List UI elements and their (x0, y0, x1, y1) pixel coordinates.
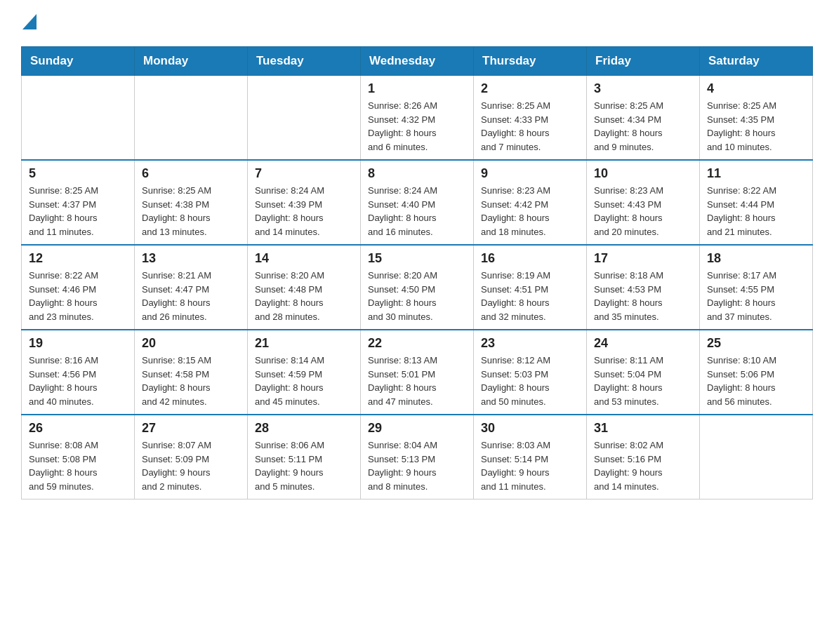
calendar-cell: 30Sunrise: 8:03 AMSunset: 5:14 PMDayligh… (474, 415, 587, 499)
calendar-cell: 8Sunrise: 8:24 AMSunset: 4:40 PMDaylight… (361, 160, 474, 245)
th-thursday: Thursday (474, 47, 587, 76)
day-number: 31 (594, 421, 692, 436)
logo-triangle-icon (22, 14, 37, 29)
day-number: 2 (481, 81, 579, 96)
calendar-cell: 2Sunrise: 8:25 AMSunset: 4:33 PMDaylight… (474, 76, 587, 161)
calendar-cell: 21Sunrise: 8:14 AMSunset: 4:59 PMDayligh… (248, 330, 361, 415)
day-number: 4 (707, 81, 805, 96)
day-info: Sunrise: 8:10 AMSunset: 5:06 PMDaylight:… (707, 354, 805, 408)
day-number: 18 (707, 251, 805, 266)
calendar-cell: 14Sunrise: 8:20 AMSunset: 4:48 PMDayligh… (248, 245, 361, 330)
day-info: Sunrise: 8:18 AMSunset: 4:53 PMDaylight:… (594, 269, 692, 323)
day-number: 17 (594, 251, 692, 266)
calendar-cell (135, 76, 248, 161)
day-number: 15 (368, 251, 466, 266)
th-friday: Friday (587, 47, 700, 76)
day-number: 26 (29, 421, 127, 436)
calendar-cell: 16Sunrise: 8:19 AMSunset: 4:51 PMDayligh… (474, 245, 587, 330)
day-info: Sunrise: 8:22 AMSunset: 4:46 PMDaylight:… (29, 269, 127, 323)
day-info: Sunrise: 8:02 AMSunset: 5:16 PMDaylight:… (594, 438, 692, 493)
day-info: Sunrise: 8:19 AMSunset: 4:51 PMDaylight:… (481, 269, 579, 323)
calendar-week-row: 26Sunrise: 8:08 AMSunset: 5:08 PMDayligh… (22, 415, 813, 499)
calendar-cell: 12Sunrise: 8:22 AMSunset: 4:46 PMDayligh… (22, 245, 135, 330)
calendar-cell (22, 76, 135, 161)
day-info: Sunrise: 8:13 AMSunset: 5:01 PMDaylight:… (368, 354, 466, 408)
calendar-cell: 29Sunrise: 8:04 AMSunset: 5:13 PMDayligh… (361, 415, 474, 499)
calendar-cell (248, 76, 361, 161)
header (21, 14, 813, 32)
day-info: Sunrise: 8:25 AMSunset: 4:33 PMDaylight:… (481, 99, 579, 154)
day-number: 3 (594, 81, 692, 96)
th-tuesday: Tuesday (248, 47, 361, 76)
day-number: 9 (481, 166, 579, 181)
calendar-week-row: 1Sunrise: 8:26 AMSunset: 4:32 PMDaylight… (22, 76, 813, 161)
calendar-cell: 4Sunrise: 8:25 AMSunset: 4:35 PMDaylight… (700, 76, 813, 161)
calendar-cell: 6Sunrise: 8:25 AMSunset: 4:38 PMDaylight… (135, 160, 248, 245)
calendar-cell: 20Sunrise: 8:15 AMSunset: 4:58 PMDayligh… (135, 330, 248, 415)
day-number: 20 (142, 336, 240, 351)
day-info: Sunrise: 8:24 AMSunset: 4:39 PMDaylight:… (255, 184, 353, 239)
day-number: 28 (255, 421, 353, 436)
day-number: 10 (594, 166, 692, 181)
calendar-cell: 26Sunrise: 8:08 AMSunset: 5:08 PMDayligh… (22, 415, 135, 499)
day-info: Sunrise: 8:08 AMSunset: 5:08 PMDaylight:… (29, 438, 127, 493)
calendar-cell: 19Sunrise: 8:16 AMSunset: 4:56 PMDayligh… (22, 330, 135, 415)
logo (21, 14, 37, 32)
calendar-cell: 25Sunrise: 8:10 AMSunset: 5:06 PMDayligh… (700, 330, 813, 415)
day-info: Sunrise: 8:04 AMSunset: 5:13 PMDaylight:… (368, 438, 466, 493)
day-info: Sunrise: 8:17 AMSunset: 4:55 PMDaylight:… (707, 269, 805, 323)
day-info: Sunrise: 8:24 AMSunset: 4:40 PMDaylight:… (368, 184, 466, 239)
day-info: Sunrise: 8:22 AMSunset: 4:44 PMDaylight:… (707, 184, 805, 239)
calendar-week-row: 19Sunrise: 8:16 AMSunset: 4:56 PMDayligh… (22, 330, 813, 415)
day-info: Sunrise: 8:26 AMSunset: 4:32 PMDaylight:… (368, 99, 466, 154)
day-info: Sunrise: 8:25 AMSunset: 4:34 PMDaylight:… (594, 99, 692, 154)
calendar-cell: 5Sunrise: 8:25 AMSunset: 4:37 PMDaylight… (22, 160, 135, 245)
day-info: Sunrise: 8:03 AMSunset: 5:14 PMDaylight:… (481, 438, 579, 493)
day-number: 30 (481, 421, 579, 436)
calendar-week-row: 12Sunrise: 8:22 AMSunset: 4:46 PMDayligh… (22, 245, 813, 330)
day-number: 22 (368, 336, 466, 351)
day-number: 8 (368, 166, 466, 181)
day-info: Sunrise: 8:12 AMSunset: 5:03 PMDaylight:… (481, 354, 579, 408)
th-wednesday: Wednesday (361, 47, 474, 76)
calendar-cell: 1Sunrise: 8:26 AMSunset: 4:32 PMDaylight… (361, 76, 474, 161)
calendar-cell: 7Sunrise: 8:24 AMSunset: 4:39 PMDaylight… (248, 160, 361, 245)
calendar-cell: 27Sunrise: 8:07 AMSunset: 5:09 PMDayligh… (135, 415, 248, 499)
calendar-cell: 18Sunrise: 8:17 AMSunset: 4:55 PMDayligh… (700, 245, 813, 330)
day-number: 29 (368, 421, 466, 436)
day-info: Sunrise: 8:15 AMSunset: 4:58 PMDaylight:… (142, 354, 240, 408)
day-number: 16 (481, 251, 579, 266)
page: Sunday Monday Tuesday Wednesday Thursday… (0, 0, 834, 521)
day-number: 21 (255, 336, 353, 351)
day-number: 27 (142, 421, 240, 436)
day-number: 24 (594, 336, 692, 351)
day-info: Sunrise: 8:20 AMSunset: 4:50 PMDaylight:… (368, 269, 466, 323)
day-info: Sunrise: 8:23 AMSunset: 4:43 PMDaylight:… (594, 184, 692, 239)
day-info: Sunrise: 8:14 AMSunset: 4:59 PMDaylight:… (255, 354, 353, 408)
calendar-cell: 31Sunrise: 8:02 AMSunset: 5:16 PMDayligh… (587, 415, 700, 499)
calendar-cell: 22Sunrise: 8:13 AMSunset: 5:01 PMDayligh… (361, 330, 474, 415)
calendar-cell (700, 415, 813, 499)
day-info: Sunrise: 8:25 AMSunset: 4:35 PMDaylight:… (707, 99, 805, 154)
day-info: Sunrise: 8:21 AMSunset: 4:47 PMDaylight:… (142, 269, 240, 323)
day-number: 5 (29, 166, 127, 181)
day-number: 23 (481, 336, 579, 351)
calendar-cell: 17Sunrise: 8:18 AMSunset: 4:53 PMDayligh… (587, 245, 700, 330)
th-sunday: Sunday (22, 47, 135, 76)
calendar-cell: 11Sunrise: 8:22 AMSunset: 4:44 PMDayligh… (700, 160, 813, 245)
header-row: Sunday Monday Tuesday Wednesday Thursday… (22, 47, 813, 76)
day-number: 14 (255, 251, 353, 266)
calendar-cell: 23Sunrise: 8:12 AMSunset: 5:03 PMDayligh… (474, 330, 587, 415)
day-info: Sunrise: 8:23 AMSunset: 4:42 PMDaylight:… (481, 184, 579, 239)
th-monday: Monday (135, 47, 248, 76)
calendar-cell: 28Sunrise: 8:06 AMSunset: 5:11 PMDayligh… (248, 415, 361, 499)
day-info: Sunrise: 8:20 AMSunset: 4:48 PMDaylight:… (255, 269, 353, 323)
calendar-cell: 3Sunrise: 8:25 AMSunset: 4:34 PMDaylight… (587, 76, 700, 161)
day-info: Sunrise: 8:07 AMSunset: 5:09 PMDaylight:… (142, 438, 240, 493)
calendar-cell: 10Sunrise: 8:23 AMSunset: 4:43 PMDayligh… (587, 160, 700, 245)
calendar-cell: 24Sunrise: 8:11 AMSunset: 5:04 PMDayligh… (587, 330, 700, 415)
svg-marker-0 (22, 14, 37, 29)
day-number: 13 (142, 251, 240, 266)
day-number: 6 (142, 166, 240, 181)
day-info: Sunrise: 8:16 AMSunset: 4:56 PMDaylight:… (29, 354, 127, 408)
